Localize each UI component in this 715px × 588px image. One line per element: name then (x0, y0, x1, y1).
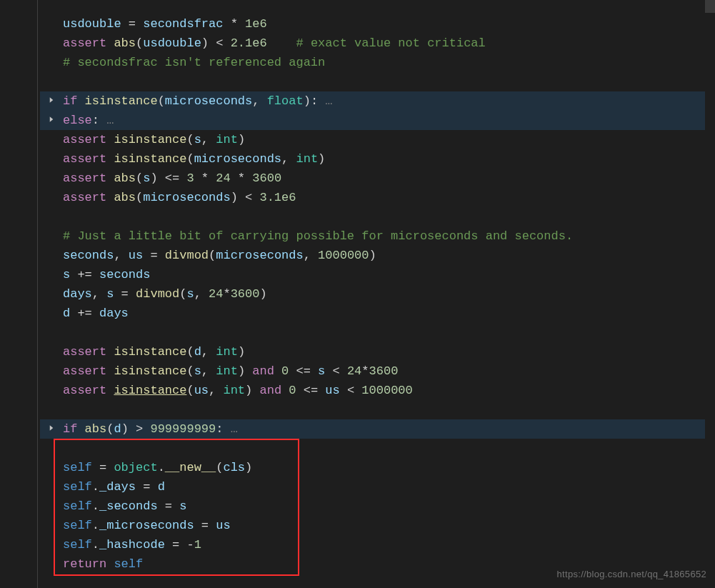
code-line[interactable]: assert abs(microseconds) < 3.1e6 (40, 188, 715, 207)
code-line[interactable]: days, s = divmod(s, 24*3600) (40, 284, 715, 304)
watermark-text: https://blog.csdn.net/qq_41865652 (557, 569, 706, 579)
code-token (106, 384, 114, 397)
code-token: * (223, 17, 245, 31)
code-token: 999999999 (150, 422, 216, 436)
code-line[interactable]: self._seconds = s (40, 497, 715, 516)
code-token: secondsfrac (143, 17, 223, 31)
code-token: microseconds (194, 152, 281, 166)
code-token: d (194, 345, 201, 359)
code-line[interactable]: assert isinstance(microseconds, int) (40, 149, 715, 169)
code-token: cls (223, 461, 245, 474)
code-token: ( (186, 133, 194, 146)
code-token: s (194, 133, 201, 146)
code-token: ) > (121, 422, 151, 436)
code-token: _microseconds (99, 519, 194, 532)
code-token: assert (63, 191, 106, 204)
code-token: isinstance (114, 364, 186, 378)
code-token: = (114, 287, 136, 301)
code-token: self (63, 480, 92, 494)
code-token: s (318, 364, 325, 378)
code-token: ( (106, 422, 114, 436)
code-line[interactable]: self._days = d (40, 477, 715, 497)
code-line[interactable]: assert isinstance(s, int) (40, 130, 715, 149)
fold-chevron-icon[interactable] (47, 424, 56, 432)
code-area[interactable]: usdouble = secondsfrac * 1e6assert abs(u… (40, 0, 715, 574)
code-token: <= (289, 364, 318, 378)
code-token: ( (186, 345, 194, 359)
code-line[interactable] (40, 323, 715, 342)
code-token: assert (63, 345, 106, 359)
code-line[interactable]: seconds, us = divmod(microseconds, 10000… (40, 246, 715, 265)
code-line[interactable]: assert isinstance(s, int) and 0 <= s < 2… (40, 362, 715, 381)
code-token: = (92, 461, 114, 474)
code-token: , (92, 287, 106, 301)
code-token: object (114, 461, 157, 474)
code-token: ) < (231, 191, 260, 204)
code-line[interactable]: assert abs(usdouble) < 2.1e6 # exact val… (40, 34, 715, 53)
code-token: abs (114, 171, 136, 185)
fold-chevron-icon[interactable] (47, 96, 56, 104)
code-token: microseconds (216, 249, 303, 262)
code-token: * (361, 364, 369, 378)
code-token: = - (165, 538, 194, 552)
code-token: microseconds (143, 191, 230, 204)
code-line[interactable]: usdouble = secondsfrac * 1e6 (40, 14, 715, 34)
code-token: ( (136, 171, 143, 185)
code-line[interactable] (40, 400, 715, 419)
code-token: ( (216, 461, 223, 474)
scrollbar-track[interactable] (705, 0, 715, 588)
code-token: ) (245, 384, 259, 397)
code-token: self (63, 519, 92, 532)
code-token: ) (238, 345, 245, 359)
code-token: divmod (165, 249, 209, 262)
code-line[interactable] (40, 207, 715, 226)
scrollbar-thumb[interactable] (705, 0, 715, 13)
code-token (77, 94, 84, 108)
code-token: abs (114, 191, 136, 204)
code-token: usdouble (143, 36, 201, 50)
code-line[interactable] (40, 72, 715, 91)
code-token: ) (259, 287, 266, 301)
code-token: seconds (99, 268, 150, 281)
code-line[interactable]: if abs(d) > 999999999: … (40, 419, 715, 439)
code-line[interactable]: self._hashcode = -1 (40, 535, 715, 554)
code-line[interactable]: if isinstance(microseconds, float): … (40, 91, 715, 111)
code-token: self (63, 499, 92, 513)
code-line[interactable]: self._microseconds = us (40, 516, 715, 535)
code-token: ( (186, 384, 194, 397)
code-token: and (259, 384, 281, 397)
code-line[interactable]: # secondsfrac isn't referenced again (40, 53, 715, 72)
code-line[interactable]: assert abs(s) <= 3 * 24 * 3600 (40, 169, 715, 188)
code-token: < (325, 364, 347, 378)
code-editor[interactable]: usdouble = secondsfrac * 1e6assert abs(u… (0, 0, 715, 588)
code-token: * (223, 287, 230, 301)
code-token: += (70, 307, 99, 320)
code-token: , (252, 94, 266, 108)
code-token: ): (304, 94, 326, 108)
code-token (267, 36, 296, 50)
code-line[interactable]: d += days (40, 304, 715, 323)
code-token (106, 152, 114, 166)
code-token: , (209, 384, 223, 397)
code-token: , (201, 345, 216, 359)
code-token: days (99, 307, 129, 320)
code-line[interactable]: assert isinstance(d, int) (40, 342, 715, 362)
code-token: # exact value not critical (296, 36, 486, 50)
code-token: us (216, 519, 230, 532)
code-line[interactable]: # Just a little bit of carrying possible… (40, 226, 715, 246)
code-token: s (63, 268, 70, 281)
code-line[interactable]: assert isinstance(us, int) and 0 <= us <… (40, 381, 715, 400)
code-token: ) (369, 249, 376, 262)
code-token: . (92, 499, 99, 513)
code-line[interactable]: s += seconds (40, 265, 715, 284)
code-token: isinstance (114, 345, 186, 359)
code-token: int (223, 384, 245, 397)
code-token: 3600 (231, 287, 260, 301)
code-line[interactable]: else: … (40, 111, 715, 130)
code-line[interactable]: self = object.__new__(cls) (40, 458, 715, 477)
code-token: … (325, 94, 332, 108)
code-token: # Just a little bit of carrying possible… (63, 229, 573, 243)
code-token: divmod (136, 287, 179, 301)
code-line[interactable] (40, 439, 715, 458)
fold-chevron-icon[interactable] (47, 115, 56, 124)
